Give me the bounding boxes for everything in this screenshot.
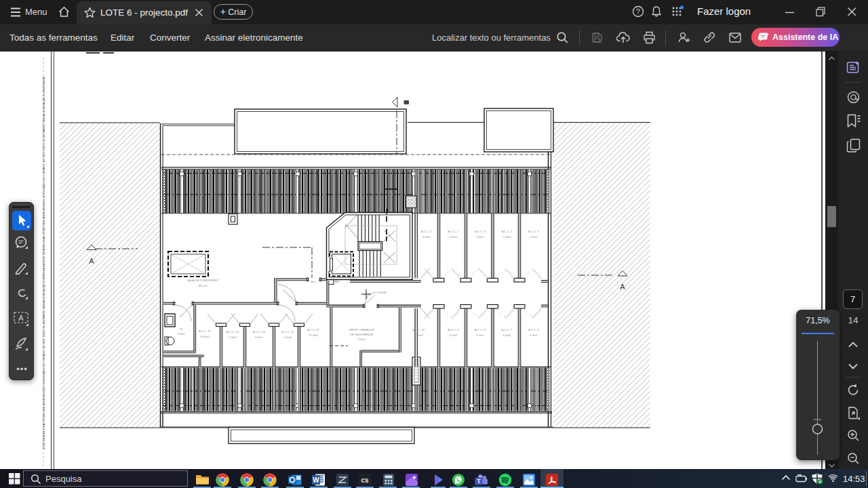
svg-text:A.C.C. 9: A.C.C. 9 [448, 328, 459, 331]
svg-text:A.C.C. 13: A.C.C. 13 [253, 330, 266, 333]
svg-text:I.S.: I.S. [179, 327, 183, 331]
svg-text:145.80: 145.80 [378, 291, 387, 294]
svg-text:A.C.C. 14: A.C.C. 14 [226, 330, 239, 333]
svg-text:5.0m2: 5.0m2 [283, 336, 292, 339]
svg-text:A: A [89, 257, 94, 265]
svg-text:6.3m2: 6.3m2 [422, 235, 431, 239]
svg-text:A.C.C. 4: A.C.C. 4 [502, 230, 513, 233]
svg-text:A.C.C. 7: A.C.C. 7 [502, 328, 513, 331]
svg-text:A.C.C. 2: A.C.C. 2 [448, 230, 459, 233]
svg-text:6.0m2: 6.0m2 [357, 338, 366, 341]
svg-text:DE SEGURANÇA: DE SEGURANÇA [350, 333, 373, 336]
svg-text:6.2m2: 6.2m2 [476, 333, 484, 337]
svg-text:T: T [477, 478, 481, 485]
svg-text:7.0m2: 7.0m2 [530, 235, 538, 239]
svg-text:cs: cs [361, 476, 369, 484]
svg-text:6.3m2: 6.3m2 [503, 235, 511, 239]
svg-text:A.C.C. 6: A.C.C. 6 [528, 328, 539, 331]
svg-text:A: A [620, 283, 625, 291]
svg-text:11.3m2: 11.3m2 [309, 333, 318, 337]
svg-text:ESC: ESC [334, 281, 340, 283]
svg-text:6.2m2: 6.2m2 [450, 235, 458, 239]
svg-text:ESTE DESENHO NÃO PODE SER REPR: ESTE DESENHO NÃO PODE SER REPRODUZIDO, D… [42, 77, 45, 449]
svg-text:6.7m2: 6.7m2 [450, 333, 458, 337]
svg-text:A.C.C. 1: A.C.C. 1 [421, 230, 432, 233]
svg-text:A.C.C. 8: A.C.C. 8 [475, 328, 486, 331]
svg-text:10.0m2: 10.0m2 [200, 335, 210, 338]
svg-text:6.3m2: 6.3m2 [503, 333, 511, 337]
svg-text:A: A [18, 314, 24, 322]
svg-text:A.C.C. 5: A.C.C. 5 [528, 230, 539, 233]
svg-text:5.0m2: 5.0m2 [229, 336, 237, 339]
svg-text:A.C.C. 3: A.C.C. 3 [475, 230, 486, 233]
svg-text:A.C.C. 10: A.C.C. 10 [412, 328, 425, 331]
svg-text:GRUPO GERADOR: GRUPO GERADOR [349, 328, 374, 331]
svg-text:6.7m2: 6.7m2 [530, 333, 538, 337]
svg-text:58.1m2: 58.1m2 [198, 284, 208, 287]
svg-text:A.C.C. 15: A.C.C. 15 [199, 329, 212, 333]
svg-text:3.4m2: 3.4m2 [177, 332, 185, 336]
svg-text:W: W [313, 476, 319, 484]
svg-text:SALA DE CONDOMINIO: SALA DE CONDOMINIO [187, 279, 219, 282]
svg-text:A.C.C. 11: A.C.C. 11 [307, 328, 320, 331]
svg-text:?: ? [636, 7, 640, 16]
svg-text:6.0m2: 6.0m2 [476, 235, 484, 239]
svg-text:A.C.C. 12: A.C.C. 12 [281, 330, 294, 333]
svg-text:5.0m2: 5.0m2 [255, 336, 263, 339]
